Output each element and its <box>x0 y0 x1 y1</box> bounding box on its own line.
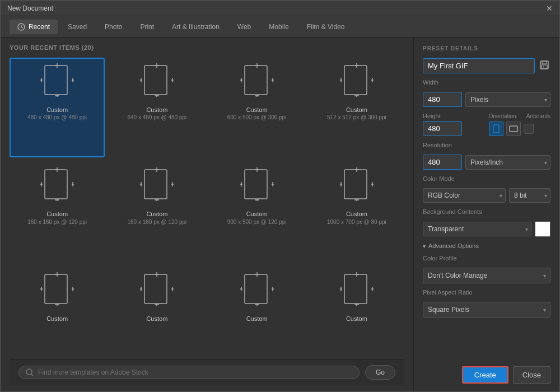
bit-depth-select[interactable]: 8 bit 16 bit 32 bit <box>509 188 550 203</box>
clock-icon <box>17 23 25 31</box>
color-profile-section: Color Profile Don't Color Manage sRGB IE… <box>423 255 550 283</box>
search-bar: Go <box>10 359 404 385</box>
tab-mobile[interactable]: Mobile <box>261 20 296 34</box>
svg-point-111 <box>26 369 32 375</box>
advanced-options-toggle[interactable]: ▾ Advanced Options <box>423 242 550 249</box>
right-panel: PRESET DETAILS Width <box>414 38 559 391</box>
window-close-button[interactable]: ✕ <box>546 4 553 13</box>
background-select[interactable]: Transparent White Background Color <box>423 222 531 236</box>
background-color-swatch[interactable] <box>535 221 550 237</box>
dialog-buttons: Create Close <box>423 360 550 384</box>
doc-item[interactable]: Custom 160 x 160 px @ 120 ppi <box>109 162 204 262</box>
search-input[interactable] <box>38 368 352 376</box>
save-icon <box>539 60 549 70</box>
tab-saved-label: Saved <box>68 23 87 31</box>
save-preset-button[interactable] <box>538 59 550 73</box>
resolution-label: Resolution <box>423 142 550 148</box>
doc-item[interactable]: Custom <box>209 267 305 359</box>
svg-rect-30 <box>344 66 367 95</box>
close-dialog-button[interactable]: Close <box>513 366 550 384</box>
doc-item[interactable]: Custom 480 x 480 px @ 480 ppi <box>10 58 105 157</box>
doc-label: Custom 512 x 512 px @ 300 ppi <box>327 106 386 121</box>
tab-saved[interactable]: Saved <box>60 20 95 34</box>
doc-item[interactable]: Custom 160 x 160 px @ 120 ppi <box>10 162 105 262</box>
window-title: New Document <box>7 4 53 12</box>
tab-photo[interactable]: Photo <box>97 20 130 34</box>
search-input-wrapper <box>18 366 360 379</box>
new-document-dialog: New Document ✕ Recent Saved Photo Print … <box>0 0 560 392</box>
color-profile-label: Color Profile <box>423 255 550 262</box>
doc-label: Custom 160 x 160 px @ 120 ppi <box>127 210 186 225</box>
color-mode-label: Color Mode <box>423 175 550 182</box>
doc-label: Custom 560 x 392 px @ 80 ppi <box>327 210 386 225</box>
resolution-unit-select[interactable]: Pixels/Inch Pixels/Centimeter <box>465 155 550 170</box>
background-row: Transparent White Background Color ▾ <box>423 221 550 237</box>
create-button[interactable]: Create <box>462 366 508 384</box>
doc-item[interactable]: Custom <box>109 267 204 359</box>
doc-label: Custom 900 x 500 px @ 120 ppi <box>227 210 287 225</box>
doc-icon <box>340 272 374 311</box>
svg-rect-57 <box>245 170 267 199</box>
landscape-orientation-button[interactable] <box>506 122 521 136</box>
pixel-aspect-select[interactable]: Square Pixels D1/DV NTSC <box>423 302 550 318</box>
svg-line-112 <box>31 374 33 376</box>
doc-icon <box>40 272 74 311</box>
color-mode-select-wrapper: RGB Color CMYK Color Grayscale ▾ <box>423 188 506 203</box>
orientation-artboards-col: Orientation Artboards <box>489 113 550 136</box>
height-label: Height <box>423 113 484 119</box>
width-label: Width <box>423 79 550 86</box>
doc-icon <box>40 63 74 102</box>
color-profile-select[interactable]: Don't Color Manage sRGB IEC61966-2.1 <box>423 268 550 283</box>
left-panel: YOUR RECENT ITEMS (20) <box>1 38 413 391</box>
go-button[interactable]: Go <box>365 365 395 380</box>
svg-rect-93 <box>245 274 267 304</box>
items-grid: Custom 480 x 480 px @ 480 ppi <box>10 58 404 359</box>
tab-recent[interactable]: Recent <box>10 20 58 34</box>
background-label: Background Contents <box>423 208 550 215</box>
tab-recent-label: Recent <box>29 23 50 31</box>
tab-print[interactable]: Print <box>132 20 162 34</box>
tab-web[interactable]: Web <box>230 20 259 34</box>
doc-item[interactable]: Custom 900 x 500 px @ 120 ppi <box>209 162 305 262</box>
width-unit-wrapper: Pixels Inches Centimeters ▾ <box>465 92 550 107</box>
svg-line-2 <box>21 27 23 28</box>
color-mode-row: RGB Color CMYK Color Grayscale ▾ 8 bit 1… <box>423 188 550 203</box>
chevron-down-icon: ▾ <box>423 243 426 249</box>
color-mode-select[interactable]: RGB Color CMYK Color Grayscale <box>423 188 506 203</box>
preset-details-label: PRESET DETAILS <box>423 45 550 52</box>
tab-art[interactable]: Art & Illustration <box>164 20 227 34</box>
doc-icon <box>140 63 174 102</box>
doc-icon <box>340 63 374 102</box>
height-input[interactable] <box>423 121 462 136</box>
tab-film[interactable]: Film & Video <box>299 20 353 34</box>
portrait-orientation-button[interactable] <box>489 122 503 136</box>
preset-name-row <box>423 58 550 73</box>
resolution-section: Resolution Pixels/Inch Pixels/Centimeter… <box>423 142 550 170</box>
doc-item[interactable]: Custom 640 x 480 px @ 480 ppi <box>109 58 204 157</box>
tab-mobile-label: Mobile <box>269 23 288 31</box>
width-input[interactable] <box>423 92 462 107</box>
doc-label: Custom 640 x 480 px @ 480 ppi <box>127 106 186 121</box>
doc-icon <box>340 167 374 207</box>
svg-rect-66 <box>344 170 367 199</box>
resolution-input[interactable] <box>423 155 462 170</box>
preset-name-input[interactable] <box>423 58 535 73</box>
doc-item[interactable]: Custom 600 x 500 px @ 300 ppi <box>209 58 305 157</box>
width-row: Pixels Inches Centimeters ▾ <box>423 92 550 107</box>
doc-item[interactable]: Custom 512 x 512 px @ 300 ppi <box>309 58 404 157</box>
height-col: Height <box>423 113 484 136</box>
svg-rect-84 <box>144 274 167 304</box>
svg-rect-39 <box>45 170 67 199</box>
doc-item[interactable]: Custom <box>309 267 404 359</box>
doc-label: Custom 480 x 480 px @ 480 ppi <box>27 106 87 121</box>
doc-label: Custom <box>346 315 367 323</box>
width-unit-select[interactable]: Pixels Inches Centimeters <box>465 92 550 107</box>
doc-item[interactable]: Custom 560 x 392 px @ 80 ppi <box>309 162 404 262</box>
doc-icon <box>240 272 274 311</box>
width-section: Width Pixels Inches Centimeters ▾ <box>423 79 550 107</box>
artboards-checkbox[interactable] <box>524 124 534 134</box>
svg-rect-21 <box>245 66 267 95</box>
color-mode-section: Color Mode RGB Color CMYK Color Grayscal… <box>423 175 550 203</box>
doc-item[interactable]: Custom <box>10 267 105 359</box>
svg-rect-48 <box>144 170 167 199</box>
